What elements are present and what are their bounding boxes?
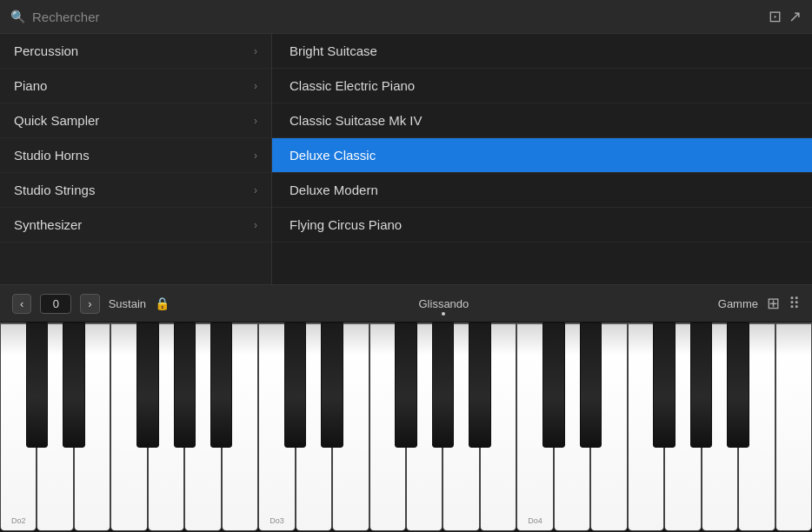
black-key-oct1-pos5.7[interactable] — [469, 323, 490, 448]
note-label-do4: Do4 — [528, 516, 542, 525]
chevron-icon-quick-sampler: › — [254, 115, 257, 127]
prev-button[interactable]: ‹ — [12, 294, 31, 314]
black-key-oct0-pos0.7[interactable] — [26, 323, 48, 448]
black-key-oct1-pos0.7[interactable] — [284, 323, 306, 448]
sidebar-item-percussion[interactable]: Percussion › — [0, 34, 271, 69]
black-key-oct0-pos1.7[interactable] — [63, 323, 84, 448]
next-button[interactable]: › — [80, 294, 99, 314]
note-label-do2: Do2 — [11, 516, 26, 525]
black-key-oct2-pos3.7[interactable] — [653, 323, 675, 448]
search-bar: 🔍 ⊡ ↗ — [0, 0, 812, 34]
chevron-icon-studio-horns: › — [254, 150, 257, 162]
grid-view-icon[interactable]: ⊡ — [769, 7, 782, 26]
gamme-label: Gamme — [718, 297, 758, 310]
search-input[interactable] — [32, 10, 762, 24]
collapse-icon[interactable]: ↗ — [789, 7, 802, 26]
sidebar-item-piano[interactable]: Piano › — [0, 69, 271, 103]
sidebar-label-quick-sampler: Quick Sampler — [14, 113, 99, 128]
preset-deluxe-classic[interactable]: Deluxe Classic — [272, 138, 812, 173]
preset-classic-suitcase-mk-iv[interactable]: Classic Suitcase Mk IV — [272, 103, 812, 138]
search-actions: ⊡ ↗ — [769, 7, 802, 26]
glissando-dot — [442, 312, 445, 316]
black-key-oct2-pos1.7[interactable] — [580, 323, 602, 448]
piano-controls-bar: ‹ 0 › Sustain 🔒 Glissando Gamme ⊞ ⠿ — [0, 284, 812, 323]
black-key-oct0-pos3.7[interactable] — [136, 323, 158, 448]
sidebar-label-studio-strings: Studio Strings — [14, 183, 95, 197]
black-key-oct2-pos5.7[interactable] — [727, 323, 749, 448]
preset-bright-suitcase[interactable]: Bright Suitcase — [272, 34, 812, 69]
black-key-oct2-pos0.7[interactable] — [542, 323, 564, 448]
black-key-oct2-pos4.7[interactable] — [690, 323, 712, 448]
sidebar-item-quick-sampler[interactable]: Quick Sampler › — [0, 103, 271, 138]
chevron-icon-percussion: › — [254, 45, 257, 57]
sidebar-label-percussion: Percussion — [14, 43, 78, 58]
preset-flying-circus-piano[interactable]: Flying Circus Piano — [272, 208, 812, 243]
chevron-icon-studio-strings: › — [254, 184, 257, 196]
black-key-oct1-pos1.7[interactable] — [321, 323, 343, 448]
chevron-icon-synthesizer: › — [254, 219, 257, 231]
black-key-oct0-pos4.7[interactable] — [174, 323, 196, 448]
white-key-21[interactable] — [775, 323, 812, 531]
glissando-control[interactable]: Glissando — [178, 297, 709, 310]
main-content: Percussion › Piano › Quick Sampler › Stu… — [0, 34, 812, 284]
black-key-oct1-pos3.7[interactable] — [395, 323, 416, 448]
note-label-do3: Do3 — [270, 516, 284, 525]
presets-panel: Bright Suitcase Classic Electric Piano C… — [272, 34, 812, 284]
sidebar-item-synthesizer[interactable]: Synthesizer › — [0, 208, 271, 243]
lock-icon[interactable]: 🔒 — [155, 296, 170, 310]
preset-deluxe-modern[interactable]: Deluxe Modern — [272, 173, 812, 208]
sidebar-label-piano: Piano — [14, 78, 47, 93]
keyboard-icon[interactable]: ⊞ — [767, 294, 780, 313]
piano-keyboard[interactable]: Do2Do3Do4 — [0, 323, 812, 531]
sidebar-label-synthesizer: Synthesizer — [14, 217, 82, 232]
sidebar-item-studio-horns[interactable]: Studio Horns › — [0, 138, 271, 173]
value-display: 0 — [40, 294, 71, 314]
dots-icon[interactable]: ⠿ — [789, 294, 800, 313]
sustain-label: Sustain — [109, 297, 146, 310]
black-key-oct0-pos5.7[interactable] — [210, 323, 232, 448]
black-key-oct1-pos4.7[interactable] — [432, 323, 454, 448]
sidebar: Percussion › Piano › Quick Sampler › Stu… — [0, 34, 272, 284]
sidebar-item-studio-strings[interactable]: Studio Strings › — [0, 173, 271, 208]
sidebar-label-studio-horns: Studio Horns — [14, 148, 90, 163]
chevron-icon-piano: › — [254, 80, 257, 92]
search-icon: 🔍 — [10, 10, 25, 23]
preset-classic-electric-piano[interactable]: Classic Electric Piano — [272, 69, 812, 103]
